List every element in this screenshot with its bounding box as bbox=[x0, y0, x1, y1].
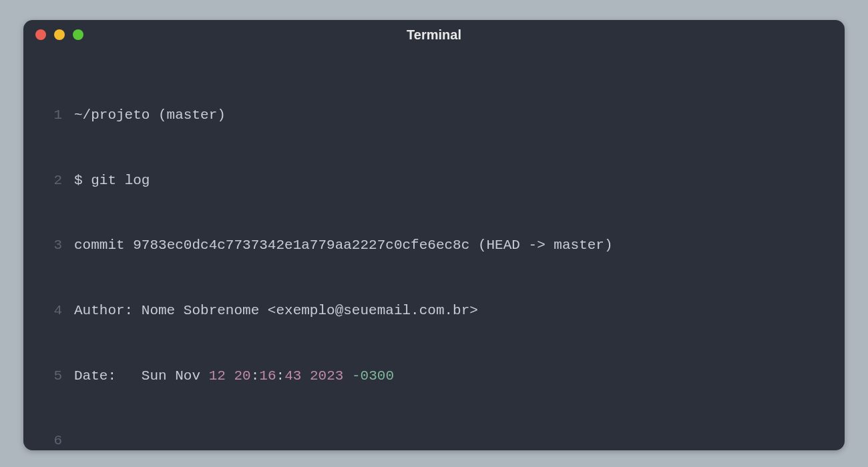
commit-header: commit 9783ec0dc4c7737342e1a779aa2227c0c… bbox=[74, 235, 829, 257]
date-mm: 16 bbox=[259, 368, 276, 384]
close-icon[interactable] bbox=[35, 29, 46, 40]
zoom-icon[interactable] bbox=[73, 29, 83, 40]
line-number: 4 bbox=[37, 300, 74, 322]
date-year: 2023 bbox=[310, 368, 343, 384]
terminal-line: 1 ~/projeto (master) bbox=[37, 105, 829, 127]
colon: : bbox=[276, 368, 285, 384]
colon: : bbox=[251, 368, 260, 384]
terminal-body[interactable]: 1 ~/projeto (master) 2 $ git log 3 commi… bbox=[23, 49, 845, 450]
date-hh: 20 bbox=[234, 368, 250, 384]
terminal-line: 6 bbox=[37, 430, 829, 450]
commit-label: commit bbox=[74, 238, 133, 253]
space bbox=[301, 368, 310, 384]
command-text: git log bbox=[91, 173, 150, 188]
line-number: 5 bbox=[37, 366, 74, 388]
date-line: Date: Sun Nov 12 20:16:43 2023 -0300 bbox=[74, 366, 829, 388]
terminal-line: 5 Date: Sun Nov 12 20:16:43 2023 -0300 bbox=[37, 366, 829, 388]
terminal-line: 4 Author: Nome Sobrenome <exemplo@seuema… bbox=[37, 300, 829, 322]
command-line: $ git log bbox=[74, 170, 829, 192]
date-label: Date: Sun Nov bbox=[74, 368, 209, 384]
terminal-line: 3 commit 9783ec0dc4c7737342e1a779aa2227c… bbox=[37, 235, 829, 257]
date-ss: 43 bbox=[284, 368, 301, 384]
line-number: 1 bbox=[37, 105, 74, 127]
line-number: 6 bbox=[37, 430, 74, 450]
date-offset: -0300 bbox=[352, 368, 394, 384]
window-title: Terminal bbox=[23, 27, 845, 43]
author-line: Author: Nome Sobrenome <exemplo@seuemail… bbox=[74, 300, 829, 322]
commit-hash: 9783ec0dc4c7737342e1a779aa2227c0cfe6ec8c bbox=[133, 238, 469, 253]
minimize-icon[interactable] bbox=[54, 29, 65, 40]
window-controls bbox=[35, 29, 83, 40]
line-number: 2 bbox=[37, 170, 74, 192]
line-number: 3 bbox=[37, 235, 74, 257]
terminal-line: 2 $ git log bbox=[37, 170, 829, 192]
terminal-window: Terminal 1 ~/projeto (master) 2 $ git lo… bbox=[23, 20, 845, 450]
space bbox=[226, 368, 234, 384]
prompt-symbol: $ bbox=[74, 173, 91, 188]
date-day: 12 bbox=[209, 368, 226, 384]
titlebar: Terminal bbox=[23, 20, 845, 49]
commit-ref: (HEAD -> master) bbox=[469, 238, 612, 253]
cwd-branch: ~/projeto (master) bbox=[74, 105, 829, 127]
space bbox=[343, 368, 352, 384]
